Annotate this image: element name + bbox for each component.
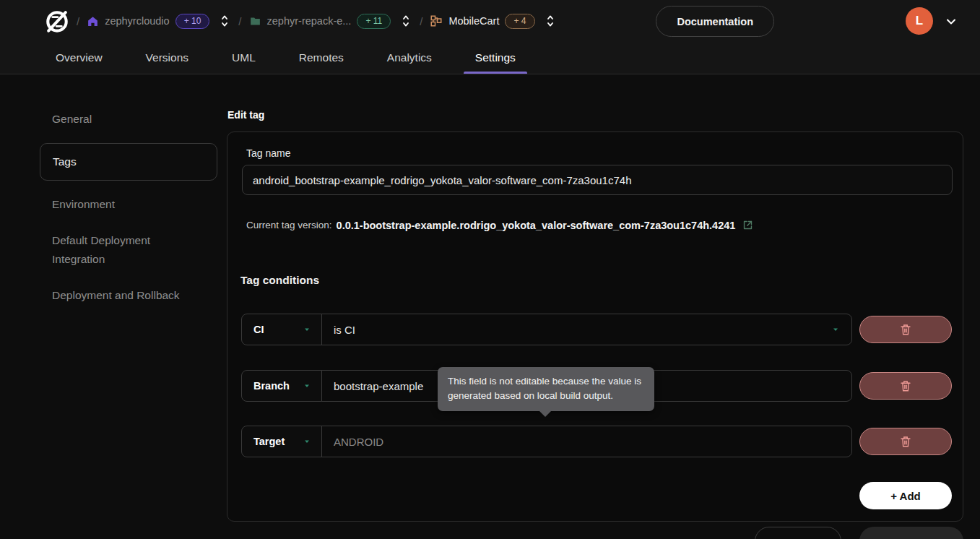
breadcrumb-project-label: zephyr-repack-e... [267, 15, 352, 27]
sidebar-item-tags[interactable]: Tags [40, 143, 217, 181]
app-switcher-icon[interactable] [544, 12, 557, 30]
folder-icon [249, 15, 261, 27]
condition-value-label: ANDROID [334, 436, 383, 448]
app-count-badge: + 4 [505, 14, 534, 29]
app-header: / zephyrcloudio + 10 / [0, 0, 980, 74]
hierarchy-icon [430, 14, 443, 27]
trash-icon [899, 435, 912, 448]
condition-value-select-ci[interactable]: is CI [321, 314, 852, 345]
project-count-badge: + 11 [357, 14, 391, 29]
field-not-editable-tooltip: This field is not editable because the v… [438, 367, 654, 411]
current-tag-version: Current tag version: 0.0.1-bootstrap-exa… [246, 219, 754, 231]
settings-sidebar: General Tags Environment Default Deploym… [40, 75, 217, 314]
app-window: / zephyrcloudio + 10 / [0, 0, 980, 539]
user-avatar[interactable]: L [906, 7, 933, 35]
caret-down-icon [831, 325, 840, 334]
caret-down-icon [303, 381, 311, 390]
condition-key-label: Branch [253, 380, 290, 392]
external-link-icon[interactable] [742, 219, 754, 231]
tooltip-text: This field is not editable because the v… [448, 376, 641, 401]
footer-filled-button[interactable] [859, 527, 963, 539]
condition-value-label: bootstrap-example [334, 380, 423, 392]
current-tag-version-label: Current tag version: [246, 220, 332, 230]
sidebar-item-general[interactable]: General [40, 101, 217, 137]
condition-row: Target ANDROID [227, 426, 963, 457]
breadcrumb-separator: / [238, 15, 241, 27]
project-switcher-icon[interactable] [399, 12, 412, 30]
home-icon [87, 15, 99, 27]
user-menu-chevron-down-icon[interactable] [944, 14, 958, 29]
sidebar-item-deployment-and-rollback[interactable]: Deployment and Rollback [40, 277, 217, 314]
documentation-button[interactable]: Documentation [656, 6, 774, 37]
condition-key-select-ci[interactable]: CI [241, 314, 322, 345]
tab-remotes[interactable]: Remotes [289, 41, 354, 74]
breadcrumb-org-label: zephyrcloudio [105, 15, 169, 27]
tab-uml[interactable]: UML [222, 41, 266, 74]
top-bar: / zephyrcloudio + 10 / [0, 0, 980, 42]
condition-key-select-target[interactable]: Target [241, 426, 322, 457]
caret-down-icon [303, 437, 311, 446]
sidebar-item-environment[interactable]: Environment [40, 186, 217, 223]
trash-icon [899, 323, 912, 336]
breadcrumb-app[interactable]: MobileCart + 4 [430, 14, 534, 29]
breadcrumb-app-label: MobileCart [448, 15, 499, 27]
breadcrumb-org[interactable]: zephyrcloudio + 10 [87, 14, 209, 29]
delete-condition-button[interactable] [859, 372, 952, 400]
caret-down-icon [303, 325, 311, 334]
page-title: Edit tag [227, 109, 264, 121]
breadcrumb-project[interactable]: zephyr-repack-e... + 11 [249, 14, 391, 29]
add-condition-button[interactable]: + Add [859, 482, 952, 509]
condition-key-label: Target [253, 436, 285, 447]
tab-settings[interactable]: Settings [465, 41, 526, 74]
current-tag-version-value: 0.0.1-bootstrap-example.rodrigo_yokota_v… [337, 220, 736, 231]
edit-tag-card: Tag name Current tag version: 0.0.1-boot… [227, 131, 963, 522]
org-count-badge: + 10 [175, 14, 210, 29]
tag-name-label: Tag name [246, 147, 290, 159]
footer-outline-button[interactable] [755, 527, 841, 539]
condition-key-label: CI [253, 324, 264, 335]
main-nav-tabs: Overview Versions UML Remotes Analytics … [45, 41, 549, 74]
delete-condition-button[interactable] [859, 428, 952, 455]
tab-overview[interactable]: Overview [45, 41, 113, 74]
tag-conditions-title: Tag conditions [240, 274, 319, 287]
breadcrumb: / zephyrcloudio + 10 / [77, 0, 557, 42]
tab-analytics[interactable]: Analytics [377, 41, 442, 74]
tag-name-input[interactable] [242, 165, 953, 195]
org-switcher-icon[interactable] [218, 12, 231, 30]
trash-icon [899, 379, 912, 392]
breadcrumb-separator: / [420, 15, 422, 27]
sidebar-item-default-deployment-integration[interactable]: Default Deployment Integration [40, 223, 199, 277]
condition-key-select-branch[interactable]: Branch [241, 370, 322, 402]
zephyr-logo-icon[interactable] [43, 7, 71, 35]
condition-row: CI is CI [227, 314, 963, 345]
tooltip-arrow [539, 410, 552, 417]
breadcrumb-separator: / [77, 15, 79, 27]
condition-value-label: is CI [334, 324, 355, 336]
condition-value-input-target: ANDROID [321, 426, 852, 457]
delete-condition-button[interactable] [859, 316, 952, 343]
tab-versions[interactable]: Versions [136, 41, 199, 74]
